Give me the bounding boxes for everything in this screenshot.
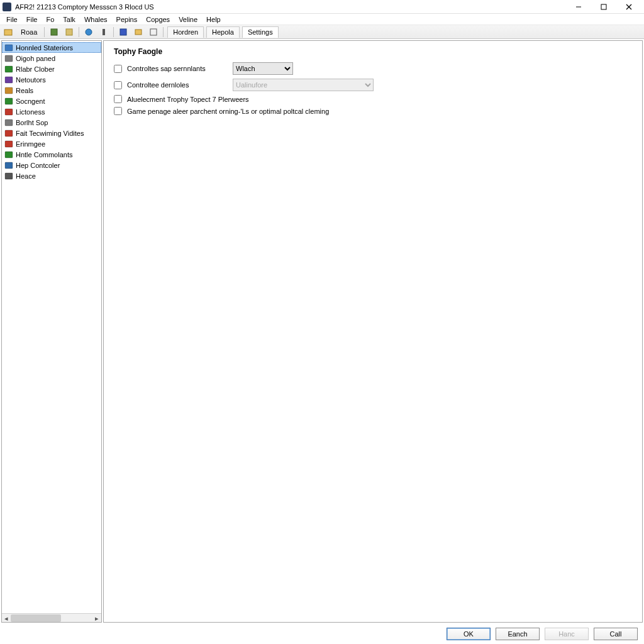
svg-rect-1 <box>601 4 606 9</box>
sidebar-item-label: Reals <box>16 87 33 94</box>
sidebar-item-3[interactable]: Netoutors <box>2 74 101 85</box>
sidebar-item-label: Erinmgee <box>16 140 45 148</box>
ok-button[interactable]: OK <box>447 628 491 640</box>
sidebar-item-9[interactable]: Erinmgee <box>2 138 101 149</box>
svg-rect-15 <box>5 77 13 83</box>
minimize-button[interactable] <box>566 0 591 14</box>
toolbar-button-roaa[interactable]: Roaa <box>16 26 42 38</box>
menu-fo[interactable]: Fo <box>42 15 58 24</box>
sidebar: Honnled StateriorsOigoh panedRlabr Clobe… <box>1 40 102 623</box>
form-row-1: Controltee dernlolesUalinufore <box>114 79 632 91</box>
form-label-2: Aluelecment Trophy Topect 7 Plerweers <box>127 96 249 103</box>
form-row-2: Aluelecment Trophy Topect 7 Plerweers <box>114 95 632 103</box>
menubar: File File Fo Talk Whales Pepins Copges V… <box>0 14 644 25</box>
menu-file-2[interactable]: File <box>23 15 42 24</box>
scroll-thumb[interactable] <box>11 614 61 622</box>
svg-rect-12 <box>5 45 13 51</box>
pane-title: Tophy Faogle <box>114 47 632 56</box>
form-row-3: Game penage aleer parchent orning-'Ls or… <box>114 107 632 115</box>
toolbar-button-4[interactable] <box>97 26 111 38</box>
sidebar-item-icon <box>4 172 13 180</box>
form-checkbox-0[interactable] <box>114 65 122 73</box>
form-select-0[interactable]: Wlach <box>233 62 293 75</box>
menu-help[interactable]: Help <box>203 15 225 24</box>
sidebar-item-label: Lictoness <box>16 108 45 116</box>
toolbar-button-1[interactable] <box>1 26 15 38</box>
svg-rect-4 <box>4 30 12 35</box>
scroll-right-icon[interactable]: ▸ <box>92 614 101 623</box>
toolbar-button-6[interactable] <box>131 26 145 38</box>
form-row-0: Controltes sap sernnlantsWlach <box>114 62 632 75</box>
sidebar-item-icon <box>4 54 13 63</box>
toolbar-button-2[interactable] <box>47 26 61 38</box>
sidebar-item-icon <box>4 129 13 138</box>
scroll-left-icon[interactable]: ◂ <box>2 614 11 623</box>
sidebar-item-label: Honnled Stateriors <box>16 44 73 52</box>
maximize-button[interactable] <box>591 0 616 14</box>
sidebar-item-2[interactable]: Rlabr Clober <box>2 64 101 74</box>
sidebar-item-1[interactable]: Oigoh paned <box>2 53 101 64</box>
menu-whales[interactable]: Whales <box>80 15 111 24</box>
sidebar-item-label: Socngent <box>16 97 45 105</box>
sidebar-h-scrollbar[interactable]: ◂ ▸ <box>2 613 101 622</box>
sidebar-item-8[interactable]: Fait Tecwiming Vidites <box>2 128 101 138</box>
sidebar-item-4[interactable]: Reals <box>2 85 101 96</box>
toolbar-sep <box>113 27 114 37</box>
sidebar-item-6[interactable]: Lictoness <box>2 106 101 117</box>
svg-rect-22 <box>5 152 13 158</box>
sidebar-item-0[interactable]: Honnled Stateriors <box>2 42 101 53</box>
sidebar-item-label: Oigoh paned <box>16 55 55 62</box>
toolbar-button-7[interactable] <box>147 26 160 38</box>
sidebar-item-11[interactable]: Hep Contcoler <box>2 160 101 170</box>
menu-copges[interactable]: Copges <box>142 15 174 24</box>
tab-settings[interactable]: Settings <box>242 26 279 38</box>
sidebar-item-icon <box>4 43 13 52</box>
dialog-footer: OK Eanch Hanc Call <box>0 624 644 644</box>
svg-rect-18 <box>5 109 13 115</box>
sidebar-item-label: Rlabr Clober <box>16 65 55 73</box>
tab-hepola[interactable]: Hepola <box>206 26 240 38</box>
sidebar-item-label: Netoutors <box>16 76 46 84</box>
svg-rect-11 <box>150 29 157 35</box>
menu-pepins[interactable]: Pepins <box>113 15 142 24</box>
svg-rect-13 <box>5 55 13 62</box>
sidebar-item-5[interactable]: Socngent <box>2 96 101 106</box>
sidebar-item-label: Fait Tecwiming Vidites <box>16 130 84 137</box>
eanch-button[interactable]: Eanch <box>496 628 540 640</box>
form-checkbox-2[interactable] <box>114 95 122 103</box>
sidebar-item-icon <box>4 118 13 127</box>
svg-rect-24 <box>5 173 13 179</box>
call-button[interactable]: Call <box>594 628 638 640</box>
sidebar-tree[interactable]: Honnled StateriorsOigoh panedRlabr Clobe… <box>2 41 101 613</box>
svg-rect-17 <box>5 98 13 104</box>
toolbar-sep <box>163 27 164 37</box>
svg-rect-8 <box>103 29 105 35</box>
sidebar-item-label: Hntle Commolants <box>16 151 72 158</box>
form-select-1[interactable]: Ualinufore <box>233 79 374 91</box>
hanc-button[interactable]: Hanc <box>545 628 589 640</box>
toolbar-button-5[interactable] <box>116 26 130 38</box>
titlebar: AFR2! 21213 Comptory Messscn 3 Rlocd US <box>0 0 644 14</box>
form-label-0: Controltes sap sernnlants <box>127 65 228 72</box>
tab-hordren[interactable]: Hordren <box>167 26 204 38</box>
sidebar-item-12[interactable]: Heace <box>2 170 101 181</box>
sidebar-item-icon <box>4 86 13 95</box>
sidebar-item-10[interactable]: Hntle Commolants <box>2 149 101 160</box>
sidebar-item-icon <box>4 150 13 159</box>
close-button[interactable] <box>616 0 641 14</box>
app-icon <box>3 3 11 11</box>
sidebar-item-7[interactable]: Borlht Sop <box>2 117 101 128</box>
toolbar-button-globe[interactable] <box>82 26 96 38</box>
sidebar-item-icon <box>4 75 13 84</box>
sidebar-item-label: Hep Contcoler <box>16 162 60 169</box>
svg-rect-16 <box>5 87 13 94</box>
menu-veline[interactable]: Veline <box>175 15 201 24</box>
svg-rect-9 <box>120 29 126 35</box>
sidebar-item-icon <box>4 97 13 106</box>
svg-rect-23 <box>5 162 13 169</box>
form-checkbox-3[interactable] <box>114 107 122 115</box>
form-checkbox-1[interactable] <box>114 81 122 89</box>
toolbar-button-3[interactable] <box>62 26 76 38</box>
menu-talk[interactable]: Talk <box>59 15 79 24</box>
menu-file[interactable]: File <box>3 15 21 24</box>
